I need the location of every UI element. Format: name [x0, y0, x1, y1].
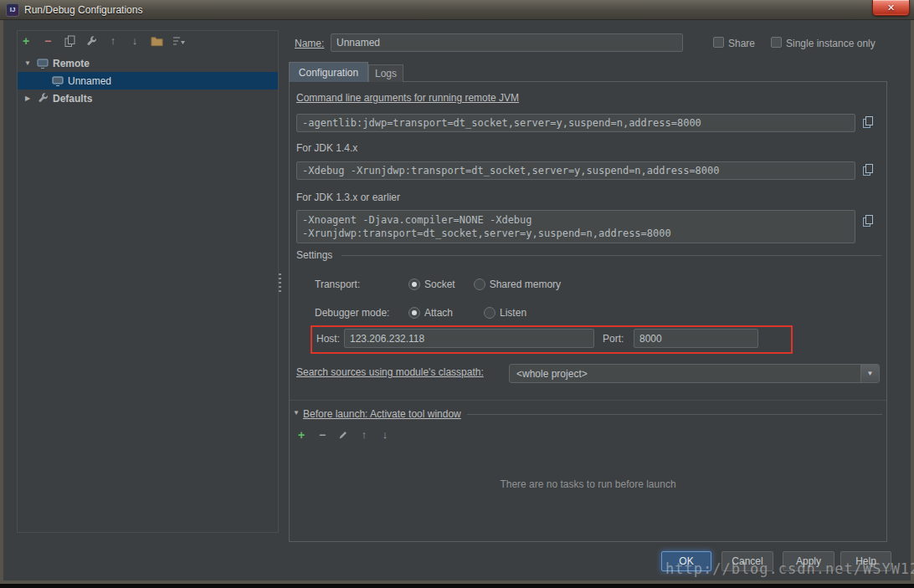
window-frame-shadow — [0, 584, 914, 588]
help-button[interactable]: Help — [840, 551, 891, 571]
debugger-listen-radio[interactable] — [484, 307, 496, 319]
before-launch-toolbar: + − ↑ ↓ — [295, 428, 392, 442]
jdk13-field[interactable]: -Xnoagent -Djava.compiler=NONE -Xdebug-X… — [296, 210, 855, 243]
configurations-tree-panel: + − ↑ ↓ ▼ — [17, 30, 279, 533]
tab-configuration[interactable]: Configuration — [289, 62, 368, 82]
transport-shared-memory-label: Shared memory — [490, 279, 561, 290]
transport-row: Transport: Socket Shared memory — [315, 278, 561, 291]
apply-button[interactable]: Apply — [783, 551, 834, 571]
jdk13-line2: -Xrunjdwp:transport=dt_socket,server=y,s… — [302, 228, 671, 239]
share-checkbox[interactable] — [713, 37, 724, 48]
move-up-icon[interactable]: ↑ — [106, 34, 120, 48]
debugger-attach-radio[interactable] — [408, 307, 420, 319]
debugger-listen-label: Listen — [500, 307, 526, 319]
transport-shared-memory-radio[interactable] — [474, 279, 485, 290]
settings-section-label: Settings — [296, 249, 332, 261]
move-task-up-icon[interactable]: ↑ — [357, 428, 371, 442]
search-sources-dropdown[interactable]: <whole project> ▼ — [509, 364, 880, 383]
search-sources-label: Search sources using module's classpath: — [296, 366, 484, 378]
jdk13-label: For JDK 1.3.x or earlier — [296, 192, 400, 203]
defaults-wrench-icon — [36, 92, 49, 105]
copy-to-clipboard-icon[interactable] — [862, 163, 874, 176]
cancel-button[interactable]: Cancel — [721, 551, 773, 571]
debugger-attach-label: Attach — [424, 307, 453, 319]
close-icon: ✕ — [887, 3, 895, 13]
add-task-icon[interactable]: + — [295, 428, 308, 442]
chevron-down-icon[interactable]: ▼ — [23, 59, 33, 67]
create-folder-icon[interactable] — [150, 34, 163, 48]
tab-label: Configuration — [299, 67, 358, 79]
window-title: Run/Debug Configurations — [24, 4, 142, 16]
before-launch-divider — [290, 400, 886, 401]
command-line-field[interactable]: -agentlib:jdwp=transport=dt_socket,serve… — [296, 114, 855, 132]
tab-logs[interactable]: Logs — [368, 64, 403, 82]
move-down-icon[interactable]: ↓ — [128, 34, 141, 48]
tree-item-unnamed[interactable]: Unnamed — [18, 72, 278, 89]
debugger-mode-label: Debugger mode: — [315, 307, 408, 319]
close-button[interactable]: ✕ — [872, 0, 910, 16]
remove-task-icon[interactable]: − — [316, 428, 329, 442]
window-titlebar[interactable]: IJ Run/Debug Configurations — [0, 0, 914, 20]
tree-item-defaults[interactable]: ▶ Defaults — [18, 89, 278, 107]
jdk14-field[interactable]: -Xdebug -Xrunjdwp:transport=dt_socket,se… — [296, 161, 855, 180]
chevron-right-icon[interactable]: ▶ — [23, 95, 33, 102]
tree-item-label: Remote — [53, 58, 90, 69]
copy-configuration-icon[interactable] — [63, 34, 76, 48]
configuration-tab-panel: Command line arguments for running remot… — [289, 81, 887, 542]
chevron-down-icon[interactable]: ▼ — [860, 365, 879, 382]
single-instance-checkbox[interactable] — [771, 37, 782, 48]
host-label: Host: — [316, 333, 344, 345]
no-tasks-message: There are no tasks to run before launch — [290, 478, 886, 490]
window-frame-right — [911, 20, 914, 584]
settings-separator — [341, 255, 881, 256]
port-label: Port: — [603, 333, 627, 345]
before-launch-label: Before launch: Activate tool window — [303, 408, 461, 420]
name-input[interactable] — [331, 33, 683, 52]
sort-configurations-icon[interactable] — [172, 34, 185, 48]
dropdown-value: <whole project> — [510, 368, 860, 380]
tree-toolbar: + − ↑ ↓ — [19, 34, 185, 48]
edit-defaults-icon[interactable] — [85, 34, 98, 48]
remove-configuration-icon[interactable]: − — [41, 34, 54, 48]
port-input[interactable] — [634, 329, 758, 348]
jdk13-line1: -Xnoagent -Djava.compiler=NONE -Xdebug — [302, 214, 532, 226]
panel-splitter-handle[interactable] — [279, 274, 281, 292]
tree-item-label: Defaults — [53, 93, 92, 105]
collapse-icon[interactable]: ▼ — [293, 409, 300, 417]
move-task-down-icon[interactable]: ↓ — [378, 428, 392, 442]
copy-to-clipboard-icon[interactable] — [862, 115, 874, 129]
configurations-tree: ▼ Remote Unnamed ▶ — [18, 54, 278, 107]
transport-label: Transport: — [315, 279, 408, 290]
tab-label: Logs — [375, 68, 397, 79]
before-launch-separator — [467, 414, 882, 415]
copy-to-clipboard-icon[interactable] — [862, 214, 874, 228]
tree-item-remote[interactable]: ▼ Remote — [18, 54, 278, 72]
jdk14-label: For JDK 1.4.x — [296, 142, 357, 154]
app-logo-icon: IJ — [6, 3, 19, 17]
single-instance-label: Single instance only — [786, 38, 875, 49]
remote-config-icon — [51, 74, 64, 88]
screen: IJ Run/Debug Configurations ✕ + − ↑ ↓ — [0, 0, 914, 588]
transport-socket-radio[interactable] — [408, 279, 420, 290]
name-label: Name: — [295, 38, 324, 49]
share-label: Share — [728, 38, 755, 49]
host-input[interactable] — [344, 329, 594, 348]
tree-item-label: Unnamed — [68, 75, 111, 87]
edit-task-icon[interactable] — [336, 428, 350, 442]
command-line-label: Command line arguments for running remot… — [296, 92, 519, 104]
transport-socket-label: Socket — [424, 279, 455, 290]
host-port-row: Host: Port: — [316, 329, 758, 348]
add-configuration-icon[interactable]: + — [19, 34, 33, 48]
remote-config-icon — [36, 57, 49, 70]
debugger-mode-row: Debugger mode: Attach Listen — [315, 306, 526, 320]
run-debug-configurations-dialog: + − ↑ ↓ ▼ — [3, 20, 911, 580]
ok-button[interactable]: OK — [661, 551, 711, 571]
